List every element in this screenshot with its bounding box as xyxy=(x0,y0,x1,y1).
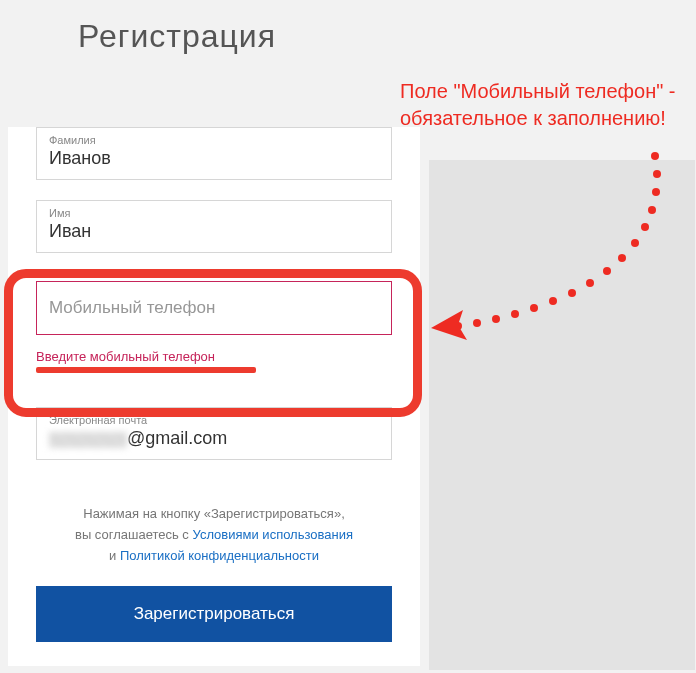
phone-input[interactable] xyxy=(49,298,379,318)
name-label: Имя xyxy=(49,207,379,219)
email-field-group: Электронная почта @gmail.com xyxy=(36,407,392,460)
email-suffix: @gmail.com xyxy=(127,428,227,448)
surname-field-group: Фамилия xyxy=(36,127,392,180)
annotation-callout: Поле "Мобильный телефон" - обязательное … xyxy=(400,78,680,132)
page-title: Регистрация xyxy=(0,0,696,73)
name-field-group: Имя xyxy=(36,200,392,253)
side-panel xyxy=(429,160,695,670)
agreement-text: Нажимая на кнопку «Зарегистрироваться», … xyxy=(36,504,392,566)
surname-label: Фамилия xyxy=(49,134,379,146)
email-label: Электронная почта xyxy=(49,414,379,426)
error-underline xyxy=(36,367,256,373)
email-blurred-part xyxy=(49,432,127,448)
privacy-link[interactable]: Политикой конфиденциальности xyxy=(120,548,319,563)
surname-input[interactable] xyxy=(49,148,379,169)
name-input[interactable] xyxy=(49,221,379,242)
svg-point-0 xyxy=(651,152,659,160)
email-value-row: @gmail.com xyxy=(49,428,379,449)
agreement-line2-pre: вы соглашаетесь с xyxy=(75,527,193,542)
phone-error-text: Введите мобильный телефон xyxy=(36,349,392,364)
phone-field-group xyxy=(36,281,392,335)
agreement-line3-pre: и xyxy=(109,548,120,563)
register-button[interactable]: Зарегистрироваться xyxy=(36,586,392,642)
registration-form: Фамилия Имя Введите мобильный телефон Эл… xyxy=(8,127,420,666)
agreement-line1: Нажимая на кнопку «Зарегистрироваться», xyxy=(83,506,345,521)
terms-link[interactable]: Условиями использования xyxy=(193,527,354,542)
